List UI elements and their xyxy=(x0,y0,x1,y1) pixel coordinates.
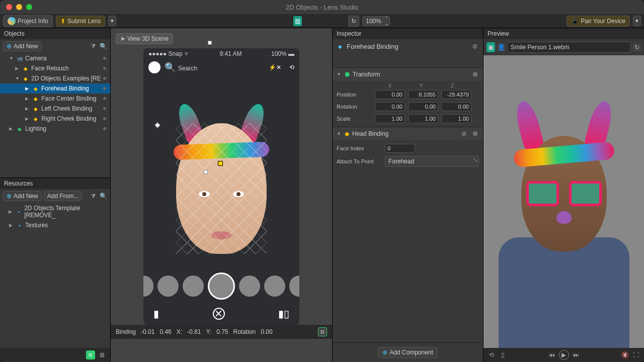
view-3d-scene-button[interactable]: ➤ View 3D Scene xyxy=(116,33,173,44)
inspector-title: Inspector xyxy=(337,30,361,37)
webcam-button[interactable]: ▣ xyxy=(487,42,495,52)
disable-icon[interactable]: ⊘ xyxy=(471,42,479,50)
grid-view-icon[interactable]: ⊞ xyxy=(98,351,106,359)
search-icon[interactable]: 🔍 xyxy=(99,192,107,200)
preview-antler-left xyxy=(512,99,545,153)
selection-handle[interactable] xyxy=(208,41,212,45)
pair-device-button[interactable]: 📱 Pair Your Device xyxy=(567,16,630,27)
maximize-icon[interactable] xyxy=(26,4,32,10)
visibility-dot[interactable] xyxy=(103,127,106,130)
tree-item-face-retouch[interactable]: ▶◆Face Retouch xyxy=(0,63,110,73)
gear-icon[interactable]: ⚙ xyxy=(471,130,479,138)
tree-item-2d-objects-examples-re[interactable]: ▼◆2D Objects Examples [RE xyxy=(0,73,110,83)
refresh-button[interactable]: ↻ xyxy=(348,16,359,27)
close-lens-icon[interactable]: ✕ xyxy=(213,308,225,320)
zoom-select[interactable]: 100% xyxy=(362,16,390,26)
preview-source-select[interactable]: Smile Person 1.webm xyxy=(507,42,631,53)
lens-carousel[interactable] xyxy=(143,273,299,300)
flip-icon[interactable]: ⟲ xyxy=(488,351,496,359)
attach-select[interactable]: Forehead xyxy=(385,156,479,167)
transform-header[interactable]: ▼ ⬢ Transform ⚙ xyxy=(333,68,483,81)
face-index-input[interactable] xyxy=(385,144,415,153)
rotation-x-input[interactable] xyxy=(375,102,405,111)
device-toggle-icon[interactable]: ▯ xyxy=(499,351,507,359)
search-icon[interactable]: 🔍 xyxy=(99,42,107,50)
filter-icon[interactable]: ⧩ xyxy=(89,192,97,200)
viewport[interactable]: ➤ View 3D Scene ●●●●● Snap ᯤ 9:41 AM 100… xyxy=(111,28,332,362)
resources-panel: Resources ⊕ Add New Add From... ⧩ 🔍 ▶▪2D… xyxy=(0,178,110,348)
preview-viewport[interactable] xyxy=(484,55,644,348)
fullscreen-icon[interactable]: ⛶ xyxy=(632,351,640,359)
layout-button[interactable]: ▥ xyxy=(293,16,302,26)
mute-icon[interactable]: 🔇 xyxy=(621,351,629,359)
tree-item-label: Left Cheek Binding xyxy=(41,105,92,112)
position-z-input[interactable] xyxy=(441,90,471,99)
position-x-input[interactable] xyxy=(375,90,405,99)
selection-handle[interactable] xyxy=(204,170,208,174)
add-component-button[interactable]: ⊕ Add Component xyxy=(378,347,438,358)
rotation-y-input[interactable] xyxy=(408,102,438,111)
scale-x-input[interactable] xyxy=(375,114,405,123)
lens-option[interactable] xyxy=(183,276,204,297)
scale-y-input[interactable] xyxy=(408,114,438,123)
inspector-object-row: ◆ Forehead Binding ⊘ xyxy=(333,39,483,53)
tree-item-forehead-binding[interactable]: ▶◆Forehead Binding xyxy=(0,83,110,94)
anchor-handle[interactable] xyxy=(218,161,223,166)
media-library-button[interactable]: IE xyxy=(86,350,95,359)
prev-frame-icon[interactable]: ⏮ xyxy=(548,351,556,359)
tree-item-camera[interactable]: ▼📹Camera xyxy=(0,53,110,63)
lens-option[interactable] xyxy=(157,276,179,297)
stories-icon[interactable]: ▮▯ xyxy=(278,308,289,320)
play-icon[interactable]: ▶ xyxy=(559,350,569,360)
add-new-object-button[interactable]: ⊕ Add New xyxy=(3,41,42,51)
visibility-dot[interactable] xyxy=(103,77,106,80)
scale-z-input[interactable] xyxy=(441,114,471,123)
visibility-dot[interactable] xyxy=(103,97,106,100)
lens-option[interactable] xyxy=(239,276,260,297)
disable-icon[interactable]: ⊘ xyxy=(460,130,468,138)
visibility-dot[interactable] xyxy=(103,107,106,110)
rotation-handle[interactable] xyxy=(154,122,160,128)
transform-title: Transform xyxy=(353,71,380,78)
add-new-resource-button[interactable]: ⊕ Add New xyxy=(3,191,42,201)
add-from-button[interactable]: Add From... xyxy=(44,191,83,201)
resource-item-textures[interactable]: ▶▪Textures xyxy=(0,220,110,230)
project-info-button[interactable]: Project Info xyxy=(3,15,53,27)
person-icon[interactable]: 👤 xyxy=(497,43,505,51)
head-binding-header[interactable]: ▼ ◆ Head Binding ⊘ ⚙ xyxy=(333,127,483,140)
object-name: Forehead Binding xyxy=(347,43,398,50)
position-y-input[interactable] xyxy=(408,90,438,99)
tree-item-left-cheek-binding[interactable]: ▶◆Left Cheek Binding xyxy=(0,104,110,114)
tree-item-face-center-binding[interactable]: ▶◆Face Center Binding xyxy=(0,94,110,104)
tree-item-lighting[interactable]: ▶◆Lighting xyxy=(0,124,110,134)
visibility-dot[interactable] xyxy=(103,57,106,60)
preview-source-value: Smile Person 1.webm xyxy=(511,44,570,51)
lens-selected[interactable] xyxy=(208,273,235,300)
pair-dropdown[interactable]: ▾ xyxy=(633,16,641,26)
next-frame-icon[interactable]: ⏭ xyxy=(572,351,580,359)
lens-option[interactable] xyxy=(143,276,153,297)
minimize-icon[interactable] xyxy=(16,4,22,10)
rotation-z-input[interactable] xyxy=(441,102,471,111)
refresh-icon[interactable]: ↻ xyxy=(633,43,641,51)
visibility-dot[interactable] xyxy=(103,117,106,120)
tree-item-right-cheek-binding[interactable]: ▶◆Right Cheek Binding xyxy=(0,114,110,124)
gear-icon[interactable]: ⚙ xyxy=(471,70,479,78)
scale-row: Scale xyxy=(337,113,479,125)
tree-item-label: Face Retouch xyxy=(31,65,69,72)
object-type-icon: ◆ xyxy=(32,105,39,112)
object-type-icon: ◆ xyxy=(32,115,39,122)
close-icon[interactable] xyxy=(6,4,12,10)
x-val: -0.81 xyxy=(187,328,201,335)
lens-option[interactable] xyxy=(289,276,299,297)
submit-dropdown[interactable]: ▾ xyxy=(108,16,116,26)
visibility-dot[interactable] xyxy=(103,87,106,90)
visibility-dot[interactable] xyxy=(103,67,106,70)
filter-icon[interactable]: ⧩ xyxy=(89,42,97,50)
chat-icon[interactable]: ▮ xyxy=(153,308,159,320)
snap-button[interactable]: ⊡ xyxy=(318,327,327,336)
submit-lens-button[interactable]: ⬆ Submit Lens xyxy=(56,16,106,27)
resource-item-2d-objects-template-remove-[interactable]: ▶▪2D Objects Template [REMOVE_ xyxy=(0,203,110,220)
inspector-header: Inspector xyxy=(333,28,483,39)
lens-option[interactable] xyxy=(264,276,285,297)
